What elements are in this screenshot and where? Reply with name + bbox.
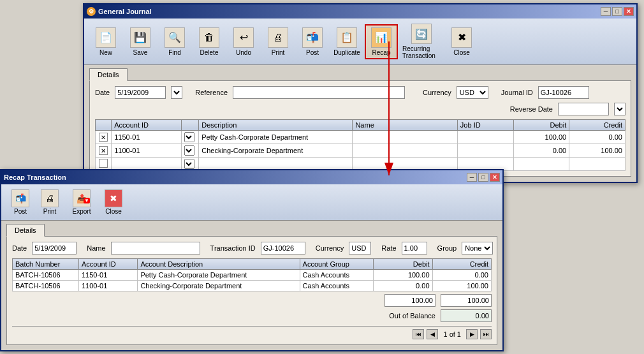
gj-print-btn[interactable]: 🖨 Print (261, 25, 295, 59)
recap-print-btn[interactable]: 🖨 Print (36, 187, 64, 218)
date-label: Date (95, 89, 110, 96)
row2-name (353, 144, 457, 158)
gj-new-btn[interactable]: 📄 New (89, 25, 122, 59)
row3-debit (513, 158, 569, 171)
nav-last-btn[interactable]: ⏭ (480, 329, 492, 339)
recap-maximize-btn[interactable]: □ (478, 173, 488, 182)
gj-title-left: ⚙ General Journal (87, 7, 152, 16)
recap-post-btn[interactable]: 📬 Post (6, 187, 34, 218)
gj-form-row1: Date ▼ Reference Currency USD Journal ID (95, 86, 626, 99)
recap-print-icon: 🖨 (41, 189, 59, 207)
col-cb (96, 120, 112, 131)
gj-maximize-btn[interactable]: □ (612, 7, 622, 16)
print-icon: 🖨 (268, 27, 288, 48)
save-icon: 💾 (130, 27, 150, 48)
row2-cb-cell: ✕ (96, 144, 112, 158)
rrow1-account: 1150-01 (78, 270, 137, 281)
col-account-id: Account ID (112, 120, 182, 131)
rcol-credit: Credit (432, 259, 491, 270)
gj-undo-btn[interactable]: ↩ Undo (227, 25, 260, 59)
date-dropdown[interactable]: ▼ (171, 86, 182, 99)
recap-export-label: Export (73, 208, 91, 215)
recap-rate-label: Rate (381, 244, 396, 252)
recap-print-label: Print (43, 208, 57, 215)
recap-details-tab[interactable]: Details (6, 224, 45, 237)
gj-recurring-btn[interactable]: 🔄 Recurring Transaction (399, 21, 444, 62)
gj-toolbar: 📄 New 💾 Save 🔍 Find 🗑 Delete ↩ Undo 🖨 Pr… (84, 18, 636, 65)
currency-label: Currency (423, 89, 451, 96)
recap-close-tool-btn[interactable]: ✖ Close (99, 187, 128, 218)
reference-input[interactable] (233, 86, 405, 99)
reverse-date-input[interactable] (558, 103, 609, 115)
table-row: ✕ 1100-01 ▼ Checking-Corporate Departmen… (96, 144, 626, 158)
row1-account-id[interactable]: 1150-01 (112, 131, 182, 144)
recap-minimize-btn[interactable]: ─ (467, 173, 477, 182)
rrow2-desc: Checking-Corporate Department (138, 281, 300, 291)
recap-nav-bar: ⏮ ◀ 1 of 1 ▶ ⏭ (12, 326, 492, 339)
row2-dd[interactable]: ▼ (181, 144, 198, 158)
recap-rate-input[interactable] (402, 242, 427, 254)
gj-find-btn[interactable]: 🔍 Find (158, 25, 191, 59)
journal-id-input[interactable] (538, 86, 589, 99)
gj-title-text: General Journal (98, 8, 152, 15)
find-icon: 🔍 (165, 27, 185, 48)
duplicate-label: Duplicate (333, 49, 360, 56)
duplicate-icon: 📋 (337, 27, 357, 48)
recap-date-label: Date (12, 244, 27, 252)
row2-job-id (457, 144, 513, 158)
recap-name-input[interactable] (111, 242, 200, 254)
recap-totals-row (12, 294, 492, 307)
gj-recap-btn[interactable]: 📊 Recap (365, 24, 398, 59)
gj-save-btn[interactable]: 💾 Save (124, 25, 157, 59)
delete-label: Delete (200, 49, 219, 56)
nav-prev-btn[interactable]: ◀ (427, 329, 438, 339)
gj-minimize-btn[interactable]: ─ (601, 7, 611, 16)
total-credit-input (441, 294, 492, 307)
gj-post-btn[interactable]: 📬 Post (296, 25, 329, 59)
gj-details-tab[interactable]: Details (89, 68, 128, 81)
row2-checkbox[interactable]: ✕ (99, 146, 108, 155)
rrow2-batch: BATCH-10506 (13, 281, 79, 291)
recap-currency-label: Currency (316, 244, 344, 252)
rrow1-debit: 100.00 (374, 270, 432, 281)
rcol-batch: Batch Number (13, 259, 79, 270)
row1-dd[interactable]: ▼ (181, 131, 198, 144)
recap-export-btn[interactable]: 📤 ▼ Export (65, 187, 98, 218)
currency-select[interactable]: USD (457, 86, 488, 99)
recap-group-select[interactable]: None (462, 242, 493, 254)
rrow1-group: Cash Accounts (300, 270, 374, 281)
recap-toolbar: 📬 Post 🖨 Print 📤 ▼ Export ✖ Close (1, 184, 502, 221)
new-icon: 📄 (96, 27, 116, 48)
row2-account-id[interactable]: 1100-01 (112, 144, 182, 158)
reverse-date-label: Reverse Date (510, 105, 553, 113)
row1-checkbox[interactable]: ✕ (99, 133, 108, 142)
gj-delete-btn[interactable]: 🗑 Delete (193, 25, 226, 59)
recap-title-left: Recap Transaction (4, 173, 66, 181)
post-label: Post (306, 49, 319, 56)
recap-currency-input[interactable] (349, 242, 371, 254)
row3-checkbox[interactable] (99, 159, 108, 168)
recap-export-icon: 📤 ▼ (73, 189, 91, 207)
gj-close-btn[interactable]: ✕ (624, 7, 634, 16)
row3-credit (569, 158, 626, 171)
row2-credit: 100.00 (569, 144, 626, 158)
recurring-icon: 🔄 (411, 24, 432, 44)
row1-description: Petty Cash-Corporate Department (199, 131, 353, 144)
reverse-date-dropdown[interactable]: ▼ (614, 103, 626, 115)
col-job-id: Job ID (457, 120, 513, 131)
recap-date-input[interactable] (32, 242, 77, 254)
reference-label: Reference (195, 89, 228, 96)
gj-tab-content: Date ▼ Reference Currency USD Journal ID… (89, 80, 631, 177)
nav-first-btn[interactable]: ⏮ (413, 329, 424, 339)
date-input[interactable] (115, 86, 166, 99)
new-label: New (99, 49, 112, 56)
recap-txn-id-input[interactable] (261, 242, 305, 254)
gj-close-tool-btn[interactable]: ✖ Close (445, 25, 478, 59)
nav-next-btn[interactable]: ▶ (466, 329, 478, 339)
gj-duplicate-btn[interactable]: 📋 Duplicate (330, 25, 363, 59)
gj-tab-bar: Details (84, 65, 636, 80)
recap-group-label: Group (437, 244, 457, 252)
gj-window-icon: ⚙ (87, 7, 96, 16)
gj-form-row2: Reverse Date ▼ (95, 103, 626, 115)
recap-close-btn[interactable]: ✕ (490, 173, 500, 182)
